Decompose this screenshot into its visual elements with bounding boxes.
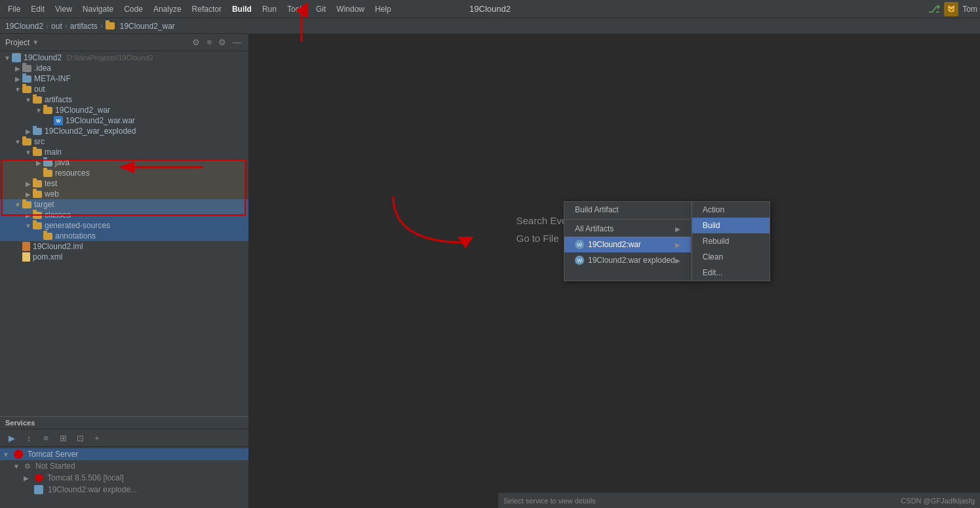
tree-arrow-war-folder: ▼ xyxy=(34,107,43,114)
tree-label-java: java xyxy=(55,158,69,167)
tree-item-java[interactable]: ▶ java xyxy=(0,157,248,168)
tomcat-server-item[interactable]: ▼ Tomcat Server xyxy=(0,448,249,460)
tree-item-src[interactable]: ▼ src xyxy=(0,136,248,147)
tree-label-resources: resources xyxy=(55,168,90,178)
menubar-item-file[interactable]: File xyxy=(3,3,26,15)
panel-settings-btn[interactable]: ⚙ xyxy=(216,37,228,48)
tree-item-artifacts[interactable]: ▼ artifacts xyxy=(0,94,248,105)
breadcrumb: 19Clound2 › out › artifacts › 19Clound2_… xyxy=(0,18,980,34)
pin-btn[interactable]: ⊡ xyxy=(73,431,87,444)
menubar-item-git[interactable]: Git xyxy=(311,3,331,15)
tree-label-test: test xyxy=(45,179,57,188)
all-artifacts-arrow: ▶ xyxy=(675,225,680,233)
build-artifact-header-item[interactable]: Build Artifact xyxy=(564,202,691,218)
war-artifact-item[interactable]: W 19Clound2:war ▶ xyxy=(564,237,691,252)
menubar-item-edit[interactable]: Edit xyxy=(26,3,50,15)
menubar-item-view[interactable]: View xyxy=(50,3,77,15)
tree-item-annotations[interactable]: annotations xyxy=(0,231,248,241)
build-label: Build xyxy=(703,221,720,230)
panel-sync-btn[interactable]: ⚙ xyxy=(190,37,202,48)
war-artifact-label: 19Clound2:war xyxy=(588,240,641,249)
tree-arrow-main: ▼ xyxy=(24,149,33,156)
tomcat-version-label: Tomcat 8.5.506 [local] xyxy=(47,473,124,482)
menubar-item-build[interactable]: Build xyxy=(227,3,257,15)
tree-item-idea[interactable]: ▶ .idea xyxy=(0,63,248,73)
menubar-item-help[interactable]: Help xyxy=(370,3,397,15)
menubar-item-code[interactable]: Code xyxy=(119,3,148,15)
rebuild-item[interactable]: Rebuild xyxy=(692,233,770,249)
tomcat-icon xyxy=(14,450,23,459)
menubar-item-navigate[interactable]: Navigate xyxy=(77,3,119,15)
artifact-item[interactable]: 19Clound2:war explode... xyxy=(0,484,249,496)
not-started-item[interactable]: ▼ ⚙ Not Started xyxy=(0,460,249,472)
tree-arrow-java: ▶ xyxy=(34,159,43,166)
clean-label: Clean xyxy=(703,252,723,262)
tree-item-web[interactable]: ▶ web xyxy=(0,189,248,199)
tree-item-root[interactable]: ▼ 19Clound2 D:\IdeaProjects\19Clound2 xyxy=(0,52,248,63)
folder-resources-icon xyxy=(43,170,52,177)
tree-label-war-file: 19Clound2_war.war xyxy=(66,116,135,125)
breadcrumb-item-out[interactable]: out xyxy=(51,22,62,31)
artifact-icon xyxy=(34,485,43,494)
build-artifact-menu: Build Artifact All Artifacts ▶ W 19Cloun… xyxy=(564,201,692,281)
menubar-item-analyze[interactable]: Analyze xyxy=(148,3,187,15)
sort-btn[interactable]: ↕ xyxy=(22,431,35,444)
breadcrumb-item-artifacts[interactable]: artifacts xyxy=(70,22,98,31)
folder-src-icon xyxy=(22,138,31,146)
all-artifacts-label: All Artifacts xyxy=(575,224,614,233)
tomcat-version-item[interactable]: ▶ Tomcat 8.5.506 [local] xyxy=(0,472,249,484)
user-avatar[interactable]: 🐱 xyxy=(944,2,958,16)
tree-arrow-meta-inf: ▶ xyxy=(13,75,22,83)
tomcat-version-expand: ▶ xyxy=(24,475,33,482)
menubar-item-refactor[interactable]: Refactor xyxy=(187,3,227,15)
add-service-btn[interactable]: + xyxy=(90,431,104,444)
group-btn[interactable]: ⊞ xyxy=(56,431,69,444)
all-artifacts-item[interactable]: All Artifacts ▶ xyxy=(564,221,691,237)
panel-dropdown-icon[interactable]: ▼ xyxy=(32,39,39,46)
tree-item-resources[interactable]: resources xyxy=(0,168,248,178)
filter-btn[interactable]: ≡ xyxy=(39,431,52,444)
folder-target-icon xyxy=(22,201,31,208)
tree-item-iml[interactable]: 19Clound2.iml xyxy=(0,241,248,252)
tree-item-gen-sources[interactable]: ▼ generated-sources xyxy=(0,220,248,231)
tree-item-main[interactable]: ▼ main xyxy=(0,147,248,157)
tree-item-out[interactable]: ▼ out xyxy=(0,84,248,94)
tree-item-war-exploded[interactable]: ▶ 19Clound2_war_exploded xyxy=(0,126,248,136)
edit-item[interactable]: Edit... xyxy=(692,265,770,281)
tree-item-test[interactable]: ▶ test xyxy=(0,178,248,189)
tree-label-pom: pom.xml xyxy=(33,252,62,262)
folder-war-icon xyxy=(43,107,52,114)
breadcrumb-sep-2: › xyxy=(65,22,68,31)
tree-item-war-folder[interactable]: ▼ 19Clound2_war xyxy=(0,105,248,115)
tree-item-pom[interactable]: pom.xml xyxy=(0,252,248,262)
war-exploded-icon: W xyxy=(575,256,584,265)
panel-close-btn[interactable]: — xyxy=(231,37,243,48)
breadcrumb-item-project[interactable]: 19Clound2 xyxy=(5,22,43,31)
tree-arrow-src: ▼ xyxy=(13,138,22,146)
sidebar: Project ▼ ⚙ ≡ ⚙ — ▼ 19Clound2 D:\IdeaPro… xyxy=(0,34,249,508)
tree-item-war-file[interactable]: W 19Clound2_war.war xyxy=(0,115,248,126)
menubar-item-run[interactable]: Run xyxy=(257,3,282,15)
menubar-item-tools[interactable]: Tools xyxy=(282,3,311,15)
tree-label-artifacts: artifacts xyxy=(45,95,72,104)
breadcrumb-item-war[interactable]: 19Clound2_war xyxy=(120,22,175,31)
services-toolbar: ▶ ↕ ≡ ⊞ ⊡ + xyxy=(0,429,249,447)
action-item[interactable]: Action xyxy=(692,202,770,218)
tree-item-meta-inf[interactable]: ▶ META-INF xyxy=(0,73,248,84)
service-expand-arrow: ▼ xyxy=(3,451,12,458)
build-item[interactable]: Build xyxy=(692,218,770,233)
tree-label-idea: .idea xyxy=(34,64,51,73)
menubar: File Edit View Navigate Code Analyze Ref… xyxy=(0,0,980,18)
tree-label-iml: 19Clound2.iml xyxy=(33,242,83,251)
tree-item-target[interactable]: ▼ target xyxy=(0,199,248,210)
run-service-btn[interactable]: ▶ xyxy=(5,431,18,444)
folder-out-icon xyxy=(22,86,31,93)
menubar-item-window[interactable]: Window xyxy=(331,3,370,15)
tree-item-classes[interactable]: ▶ classes xyxy=(0,210,248,220)
panel-collapse-btn[interactable]: ≡ xyxy=(205,37,214,48)
tomcat-version-icon xyxy=(35,474,43,482)
status-bar: Select service to view details CSDN @GFJ… xyxy=(498,492,980,508)
clean-item[interactable]: Clean xyxy=(692,249,770,265)
tree-label-annotations: annotations xyxy=(55,231,96,241)
war-exploded-item[interactable]: W 19Clound2:war exploded ▶ xyxy=(564,252,691,268)
